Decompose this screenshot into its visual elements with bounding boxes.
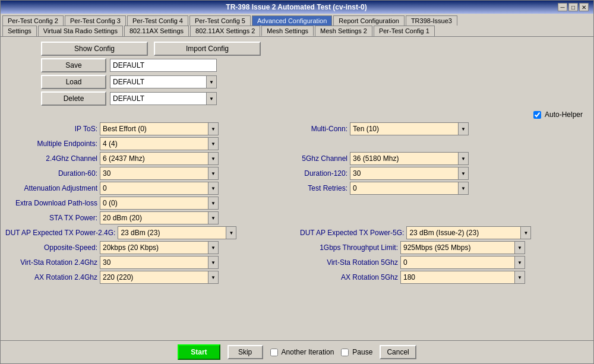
duration120-arrow[interactable]: ▼	[458, 167, 469, 180]
cancel-button[interactable]: Cancel	[380, 345, 416, 359]
import-config-button[interactable]: Import Config	[154, 42, 261, 56]
duration60-arrow[interactable]: ▼	[208, 167, 219, 180]
pause-text: Pause	[352, 348, 372, 356]
ax-rotation-24-select-wrapper: 220 (220) ▼	[100, 271, 219, 284]
delete-button[interactable]: Delete	[41, 91, 106, 106]
tab-80211ax-settings-2[interactable]: 802.11AX Settings 2	[190, 26, 260, 36]
test-retries-arrow[interactable]: ▼	[458, 182, 469, 195]
virt-sta-24-arrow[interactable]: ▼	[208, 256, 219, 269]
extra-dl-arrow[interactable]: ▼	[208, 197, 219, 210]
channel-5-label: 5Ghz Channel	[300, 154, 347, 163]
ax-rotation-24-select[interactable]: 220 (220)	[100, 271, 208, 284]
tab-mesh-settings-2[interactable]: Mesh Settings 2	[315, 26, 372, 36]
load-select-arrow[interactable]: ▼	[206, 75, 217, 88]
save-button[interactable]: Save	[41, 58, 106, 72]
opposite-speed-select-wrapper: 20kbps (20 Kbps) ▼	[100, 241, 219, 254]
extra-dl-select[interactable]: 0 (0)	[100, 197, 208, 210]
multiple-endpoints-row: Multiple Endpoints: 4 (4) ▼	[5, 137, 294, 150]
ip-tos-arrow[interactable]: ▼	[208, 122, 219, 135]
load-select[interactable]: DEFAULT	[110, 75, 206, 88]
auto-helper-checkbox[interactable]	[533, 111, 541, 119]
another-iteration-label[interactable]: Another Iteration	[270, 348, 334, 356]
delete-select-arrow[interactable]: ▼	[206, 92, 217, 105]
tab-virtual-sta-radio-settings[interactable]: Virtual Sta Radio Settings	[38, 26, 123, 36]
ip-tos-select[interactable]: Best Effort (0)	[100, 122, 208, 135]
attenuation-arrow[interactable]: ▼	[208, 182, 219, 195]
throughput-limit-select[interactable]: 925Mbps (925 Mbps)	[400, 241, 514, 254]
load-button[interactable]: Load	[41, 75, 106, 89]
tab-advanced-configuration[interactable]: Advanced Configuration	[252, 15, 332, 26]
multi-conn-select[interactable]: Ten (10)	[350, 122, 458, 135]
ax-rotation-5-arrow[interactable]: ▼	[514, 271, 525, 284]
opposite-speed-label: Opposite-Speed:	[5, 243, 97, 252]
multiple-endpoints-select[interactable]: 4 (4)	[100, 137, 208, 150]
attenuation-select[interactable]: 0	[100, 182, 208, 195]
throughput-limit-arrow[interactable]: ▼	[514, 241, 525, 254]
tab-per-test-config-2[interactable]: Per-Test Config 2	[2, 15, 64, 26]
maximize-button[interactable]: □	[568, 3, 578, 11]
dut-tx-24-label: DUT AP Expected TX Power-2.4G:	[5, 229, 115, 237]
delete-select[interactable]: DEFAULT	[110, 92, 206, 105]
skip-button[interactable]: Skip	[228, 345, 263, 359]
tab-settings[interactable]: Settings	[2, 26, 37, 36]
tab-per-test-config-3[interactable]: Per-Test Config 3	[65, 15, 126, 26]
virt-sta-5-select[interactable]: 0	[400, 256, 514, 269]
dut-tx-24-arrow[interactable]: ▼	[226, 226, 236, 239]
tab-per-test-config-5[interactable]: Per-Test Config 5	[189, 15, 251, 26]
tab-mesh-settings[interactable]: Mesh Settings	[261, 26, 314, 36]
duration60-select[interactable]: 30	[100, 167, 208, 180]
empty-cell-1	[300, 137, 589, 150]
virt-sta-24-select[interactable]: 30	[100, 256, 208, 269]
show-config-button[interactable]: Show Config	[41, 42, 148, 56]
sta-tx-label: STA TX Power:	[5, 214, 97, 222]
tab-report-configuration[interactable]: Report Configuration	[333, 15, 405, 26]
ax-rotation-5-select[interactable]: 180	[400, 271, 514, 284]
pause-label[interactable]: Pause	[341, 348, 372, 356]
channel-24-select[interactable]: 6 (2437 Mhz)	[100, 152, 208, 165]
pause-checkbox[interactable]	[341, 349, 349, 356]
multiple-endpoints-arrow[interactable]: ▼	[208, 137, 219, 150]
multi-conn-arrow[interactable]: ▼	[458, 122, 469, 135]
throughput-limit-row: 1Gbps Throughput Limit: 925Mbps (925 Mbp…	[300, 241, 589, 254]
duration60-select-wrapper: 30 ▼	[100, 167, 219, 180]
another-iteration-checkbox[interactable]	[270, 349, 278, 356]
ax-rotation-24-label: AX Rotation 2.4Ghz	[5, 273, 97, 281]
opposite-speed-select[interactable]: 20kbps (20 Kbps)	[100, 241, 208, 254]
opposite-speed-arrow[interactable]: ▼	[208, 241, 219, 254]
channel-5-arrow[interactable]: ▼	[458, 152, 469, 165]
start-button[interactable]: Start	[178, 344, 220, 360]
multi-conn-row: Multi-Conn: Ten (10) ▼	[300, 122, 589, 135]
tab-row-2: Settings Virtual Sta Radio Settings 802.…	[1, 26, 593, 37]
extra-dl-row: Extra Download Path-loss 0 (0) ▼	[5, 197, 294, 210]
close-button[interactable]: ✕	[579, 3, 589, 11]
test-retries-label: Test Retries:	[300, 184, 347, 192]
tab-tr398-issue3[interactable]: TR398-Issue3	[406, 15, 457, 26]
dut-tx-5-select[interactable]: 23 dBm (Issue-2) (23)	[406, 226, 520, 239]
virt-sta-5-label: Virt-Sta Rotation 5Ghz	[300, 258, 398, 267]
ax-rotation-5-label: AX Rotation 5Ghz	[300, 273, 398, 281]
main-window: TR-398 Issue 2 Automated Test (cv-inst-0…	[0, 0, 594, 364]
empty-cell-3	[300, 211, 589, 224]
channel-5-select-wrapper: 36 (5180 Mhz) ▼	[350, 152, 469, 165]
virt-sta-24-row: Virt-Sta Rotation 2.4Ghz 30 ▼	[5, 256, 294, 269]
dut-tx-5-arrow[interactable]: ▼	[520, 226, 531, 239]
test-retries-select[interactable]: 0	[350, 182, 458, 195]
sta-tx-arrow[interactable]: ▼	[208, 211, 219, 224]
extra-dl-select-wrapper: 0 (0) ▼	[100, 197, 219, 210]
virt-sta-5-arrow[interactable]: ▼	[514, 256, 525, 269]
tab-per-test-config-1[interactable]: Per-Test Config 1	[374, 26, 435, 36]
minimize-button[interactable]: ─	[558, 3, 567, 11]
duration120-select[interactable]: 30	[350, 167, 458, 180]
tab-per-test-config-4[interactable]: Per-Test Config 4	[127, 15, 188, 26]
attenuation-row: Attenuation Adjustment 0 ▼	[5, 182, 294, 195]
tab-80211ax-settings[interactable]: 802.11AX Settings	[124, 26, 189, 36]
ax-rotation-24-arrow[interactable]: ▼	[208, 271, 219, 284]
save-input[interactable]: DEFAULT	[110, 59, 217, 72]
sta-tx-select[interactable]: 20 dBm (20)	[100, 211, 208, 224]
channel-24-arrow[interactable]: ▼	[208, 152, 219, 165]
channel-5-select[interactable]: 36 (5180 Mhz)	[350, 152, 458, 165]
dut-tx-24-select[interactable]: 23 dBm (23)	[118, 226, 226, 239]
channel-24-label: 2.4Ghz Channel	[5, 154, 97, 163]
bottom-bar: Start Skip Another Iteration Pause Cance…	[1, 340, 593, 363]
auto-helper-label[interactable]: Auto-Helper	[533, 110, 583, 119]
